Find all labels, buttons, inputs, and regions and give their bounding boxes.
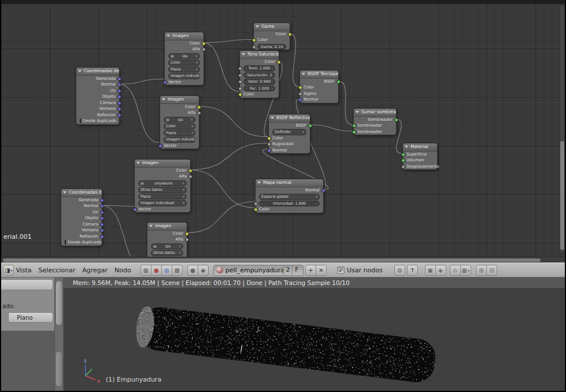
- node-socket[interactable]: [252, 45, 256, 49]
- use-nodes-checkbox[interactable]: ✓: [337, 267, 345, 274]
- pin-button[interactable]: ⊙: [394, 265, 405, 276]
- dropdown[interactable]: Plano▾: [168, 66, 200, 73]
- material-nodes-button[interactable]: ●: [151, 265, 162, 276]
- editor-vertical-scrollbar[interactable]: [560, 6, 564, 252]
- node-socket[interactable]: [238, 87, 242, 91]
- node-socket[interactable]: [117, 89, 121, 93]
- slider[interactable]: ‹Saturación: 2.000›: [243, 72, 275, 79]
- node-header[interactable]: Gama: [254, 23, 290, 31]
- copy-to-selected-button[interactable]: ⊞: [476, 265, 487, 276]
- node-socket[interactable]: [352, 124, 356, 128]
- backdrop-button[interactable]: ▣: [425, 265, 436, 276]
- panel-button[interactable]: [1, 279, 53, 290]
- node-tono-saturaci-n-valor[interactable]: Tono Saturación ValorColor‹Tono: 1.000›‹…: [239, 50, 279, 98]
- dropdown[interactable]: Plano▾: [138, 194, 187, 200]
- collapse-icon[interactable]: [256, 25, 259, 28]
- plano-dropdown[interactable]: Plano: [8, 312, 53, 323]
- node-socket[interactable]: [298, 86, 302, 90]
- node-bsdf-reflectivo[interactable]: BSDF ReflectivoBSDFDefinido▾ColorRugosid…: [268, 114, 310, 154]
- node-gama[interactable]: GamaColorColor‹Gama: 0.100›: [253, 23, 290, 50]
- image-selector[interactable]: ▤ips✕: [164, 117, 195, 123]
- scrollbar-thumb[interactable]: [56, 352, 62, 386]
- collapse-icon[interactable]: [162, 98, 165, 101]
- node-socket[interactable]: [100, 228, 104, 232]
- menu-seleccionar[interactable]: Seleccionar: [39, 267, 76, 274]
- node-editor[interactable]: erial.001 Coordenadas de texturaGenerada…: [1, 0, 565, 257]
- node-socket[interactable]: [238, 73, 242, 77]
- editor-horizontal-scrollbar[interactable]: [1, 257, 565, 262]
- node-mapa-normal[interactable]: Mapa normalNormalEspacio global▾‹Intensi…: [255, 179, 324, 213]
- slider[interactable]: ‹Gama: 0.100›: [257, 44, 286, 50]
- collapse-icon[interactable]: [257, 182, 261, 184]
- material-id-field[interactable]: pell_empunyadura 2 F: [213, 265, 304, 276]
- node-header[interactable]: Imagen: [165, 32, 204, 40]
- editor-type-button[interactable]: ◨ ▾: [3, 265, 14, 276]
- node-socket[interactable]: [100, 210, 104, 215]
- render-viewport[interactable]: Mem: 9.56M, Peak: 14.05M | Scene | Elaps…: [64, 278, 565, 391]
- node-header[interactable]: Tono Saturación Valor: [240, 51, 279, 59]
- node-socket[interactable]: [267, 149, 271, 153]
- collapse-icon[interactable]: [242, 53, 245, 56]
- scrollbar-thumb[interactable]: [3, 258, 541, 262]
- dropdown[interactable]: Plano▾: [164, 130, 195, 136]
- node-header[interactable]: Coordenadas de textura: [76, 68, 119, 76]
- slider[interactable]: ‹Valor: 0.940›: [243, 79, 275, 85]
- collapse-icon[interactable]: [302, 73, 305, 75]
- node-socket[interactable]: [267, 142, 271, 146]
- checkbox[interactable]: Desde duplicado: [80, 118, 116, 124]
- node-header[interactable]: Material: [403, 143, 437, 151]
- menu-vista[interactable]: Vista: [16, 267, 31, 274]
- group-edit-button[interactable]: ◈: [435, 265, 446, 276]
- node-socket[interactable]: [117, 95, 121, 99]
- node-header[interactable]: Imagen: [135, 160, 190, 168]
- node-socket[interactable]: [117, 113, 121, 117]
- image-selector[interactable]: ▤unyadura✕: [138, 180, 187, 187]
- checkbox[interactable]: Desde duplicado: [65, 239, 98, 246]
- dropdown[interactable]: Definido▾: [272, 129, 306, 135]
- node-socket[interactable]: [401, 158, 405, 162]
- node-socket[interactable]: [188, 175, 193, 179]
- node-socket[interactable]: [100, 204, 104, 208]
- render-layers-button[interactable]: ⊟: [486, 265, 497, 276]
- node-coordenadas-de-textura[interactable]: Coordenadas de texturaGeneradaNormalUVOb…: [76, 67, 120, 125]
- node-socket[interactable]: [188, 169, 193, 173]
- users-count-button[interactable]: 2: [283, 265, 292, 276]
- fake-user-button[interactable]: F: [292, 265, 301, 276]
- node-socket[interactable]: [308, 124, 312, 128]
- collapse-icon[interactable]: [78, 70, 82, 72]
- node-socket[interactable]: [158, 144, 162, 148]
- node-header[interactable]: Sumar sombreadores: [354, 109, 396, 117]
- node-socket[interactable]: [100, 235, 104, 239]
- object-data-button[interactable]: ◆: [198, 265, 209, 276]
- node-socket[interactable]: [117, 101, 121, 105]
- node-socket[interactable]: [238, 66, 242, 71]
- node-bsdf-terciopelo[interactable]: BSDF TerciopeloBSDFColorSigmaNormal: [299, 70, 339, 103]
- node-socket[interactable]: [267, 136, 271, 140]
- shader-nodes-button[interactable]: ▦: [140, 265, 151, 276]
- node-socket[interactable]: [100, 216, 104, 220]
- snap-toggle-button[interactable]: ∩: [450, 265, 461, 276]
- dropdown[interactable]: Otros datos▾: [151, 250, 183, 256]
- node-socket[interactable]: [133, 208, 137, 212]
- close-icon[interactable]: ✕: [182, 180, 184, 187]
- node-socket[interactable]: [298, 92, 302, 96]
- node-imagen[interactable]: ImagenColorAlfa▤ips✕Color▾Plano▾Imagen i…: [160, 95, 199, 149]
- snap-mode-button[interactable]: ▦ ▾: [460, 265, 471, 276]
- node-socket[interactable]: [254, 202, 258, 206]
- node-socket[interactable]: [394, 118, 398, 122]
- close-icon[interactable]: ✕: [195, 53, 198, 60]
- dropdown[interactable]: Color▾: [168, 60, 200, 66]
- collapse-icon[interactable]: [405, 146, 408, 148]
- dropdown[interactable]: Imagen individual▾: [164, 136, 195, 143]
- go-parent-button[interactable]: ↑: [407, 265, 418, 276]
- material-name[interactable]: pell_empunyadura: [225, 267, 283, 274]
- node-socket[interactable]: [197, 105, 201, 109]
- node-socket[interactable]: [277, 60, 281, 64]
- close-icon[interactable]: ✕: [178, 243, 181, 250]
- panel-scrollbar[interactable]: [54, 278, 64, 391]
- node-header[interactable]: Imagen: [160, 96, 199, 104]
- texture-nodes-button[interactable]: ▩: [172, 265, 183, 276]
- node-coordenadas-de-textura[interactable]: Coordenadas de texturaGeneradaNormalUVOb…: [61, 188, 102, 246]
- node-header[interactable]: Mapa normal: [256, 179, 323, 187]
- close-icon[interactable]: ✕: [190, 117, 193, 123]
